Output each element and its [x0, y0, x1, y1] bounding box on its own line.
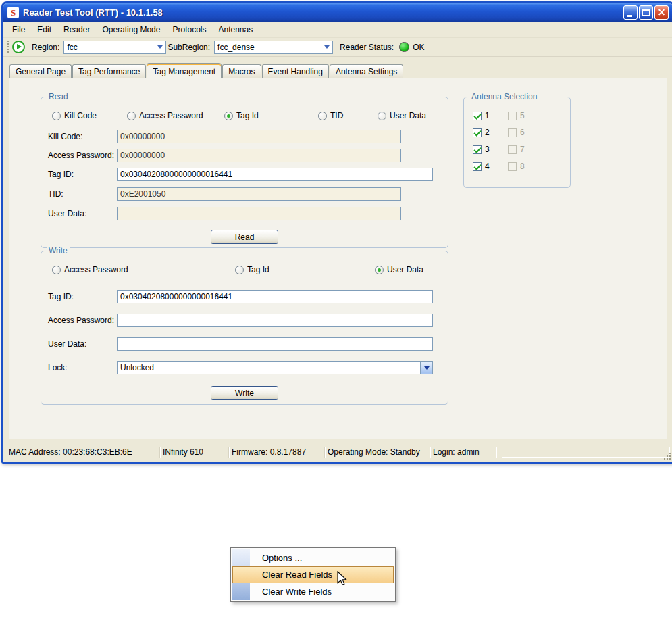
antenna-checkbox-3[interactable]: 3: [473, 145, 508, 154]
antenna-checkbox-7: 7: [508, 145, 543, 154]
menu-item-file[interactable]: File: [6, 22, 31, 37]
radio-icon: [127, 112, 136, 120]
tab-antenna-settings[interactable]: Antenna Settings: [330, 64, 403, 78]
lock-value: Unlocked: [118, 362, 420, 374]
write-tag-id-label: Tag ID:: [48, 292, 117, 301]
access-password-field: [117, 149, 401, 162]
antenna-checkbox-2[interactable]: 2: [473, 128, 508, 137]
minimize-icon: [627, 15, 632, 17]
menu-item-reader[interactable]: Reader: [57, 22, 96, 37]
tag-id-field[interactable]: [117, 168, 433, 181]
subregion-dropdown[interactable]: fcc_dense: [214, 41, 333, 54]
tab-event-handling[interactable]: Event Handling: [262, 64, 329, 78]
write-group-title: Write: [47, 246, 70, 255]
field-row: Tag ID:: [48, 168, 433, 181]
checkbox-checked-icon: [473, 162, 482, 171]
tid-field: [117, 187, 401, 201]
close-button[interactable]: [654, 5, 669, 20]
read-radio-access-password[interactable]: Access Password: [127, 111, 203, 120]
write-group: Write Access Password Tag Id User Data T…: [41, 251, 448, 405]
radio-label: User Data: [390, 111, 426, 120]
antenna-checkbox-6: 6: [508, 128, 543, 137]
context-menu-item-clear-write-fields[interactable]: Clear Write Fields: [232, 583, 394, 600]
chevron-down-icon: [324, 45, 330, 49]
play-icon: [17, 44, 22, 49]
checkbox-icon: [508, 112, 517, 120]
status-bar: MAC Address: 00:23:68:C3:EB:6E INfinity …: [3, 443, 672, 462]
menu-item-antennas[interactable]: Antennas: [212, 22, 259, 37]
close-icon: [655, 6, 668, 19]
chevron-down-icon: [157, 45, 163, 49]
region-value: fcc: [67, 43, 77, 52]
window-title: Reader Test Tool (RTT) - 10.1.1.58: [23, 7, 163, 18]
subregion-value: fcc_dense: [217, 43, 255, 52]
resize-grip[interactable]: [663, 451, 671, 460]
write-radio-access-password[interactable]: Access Password: [52, 265, 128, 274]
read-group-title: Read: [47, 92, 70, 101]
tid-label: TID:: [48, 189, 117, 199]
write-user-data-label: User Data:: [48, 339, 117, 349]
checkbox-checked-icon: [473, 128, 482, 137]
write-button[interactable]: Write: [211, 386, 278, 400]
status-firmware: Firmware: 0.8.17887: [229, 447, 325, 458]
context-menu: Options ... Clear Read Fields Clear Writ…: [230, 547, 396, 602]
radio-icon: [318, 112, 327, 120]
context-menu-item-options[interactable]: Options ...: [232, 549, 394, 566]
write-user-data-field[interactable]: [117, 337, 433, 351]
access-password-label: Access Password:: [48, 151, 117, 160]
reader-status-label: Reader Status:: [340, 43, 394, 52]
read-radio-tag-id[interactable]: Tag Id: [224, 111, 259, 120]
status-mac-address: MAC Address: 00:23:68:C3:EB:6E: [6, 447, 160, 458]
status-device: INfinity 610: [160, 447, 229, 458]
tab-macros[interactable]: Macros: [222, 64, 261, 78]
field-row: Lock: Unlocked: [48, 361, 433, 374]
user-data-label: User Data:: [48, 209, 117, 218]
antenna-selection-title: Antenna Selection: [469, 92, 539, 101]
region-dropdown[interactable]: fcc: [63, 41, 166, 54]
field-row: User Data:: [48, 207, 401, 220]
read-radio-tid[interactable]: TID: [318, 111, 343, 120]
antenna-checkbox-4[interactable]: 4: [473, 162, 508, 171]
menu-item-edit[interactable]: Edit: [31, 22, 57, 37]
antenna-checkbox-1[interactable]: 1: [473, 111, 508, 120]
read-button[interactable]: Read: [211, 230, 278, 244]
checkbox-icon: [508, 145, 517, 154]
checkbox-label: 6: [520, 128, 525, 137]
radio-icon: [52, 112, 61, 120]
tab-tag-performance[interactable]: Tag Performance: [72, 64, 146, 78]
toolbar: Region: fcc SubRegion: fcc_dense Reader …: [3, 38, 672, 57]
title-bar[interactable]: S Reader Test Tool (RTT) - 10.1.1.58: [3, 3, 672, 22]
write-access-password-field[interactable]: [117, 314, 433, 327]
field-row: Tag ID:: [48, 290, 433, 303]
maximize-button[interactable]: [639, 5, 653, 20]
write-radio-user-data[interactable]: User Data: [375, 265, 423, 274]
reader-status-value: OK: [413, 43, 424, 52]
toolbar-gripper[interactable]: [7, 41, 9, 53]
read-group: Read Kill Code Access Password Tag Id TI…: [41, 97, 448, 248]
context-menu-item-clear-read-fields[interactable]: Clear Read Fields: [232, 566, 394, 583]
tab-tag-management[interactable]: Tag Management: [147, 63, 222, 78]
checkbox-icon: [508, 162, 517, 171]
status-operating-mode: Operating Mode: Standby: [325, 447, 430, 458]
read-radio-user-data[interactable]: User Data: [378, 111, 426, 120]
start-reader-button[interactable]: [12, 41, 25, 53]
menu-item-protocols[interactable]: Protocols: [166, 22, 212, 37]
lock-dropdown[interactable]: Unlocked: [117, 361, 433, 374]
radio-label: Access Password: [64, 265, 128, 274]
checkbox-icon: [508, 128, 517, 137]
radio-icon: [52, 266, 61, 274]
radio-label: Tag Id: [247, 265, 269, 274]
read-radio-kill-code[interactable]: Kill Code: [52, 111, 97, 120]
dropdown-button[interactable]: [420, 362, 432, 374]
menu-item-operating-mode[interactable]: Operating Mode: [96, 22, 166, 37]
checkbox-checked-icon: [473, 145, 482, 154]
radio-icon: [378, 112, 386, 120]
write-radio-tag-id[interactable]: Tag Id: [235, 265, 269, 274]
chevron-down-icon: [424, 366, 430, 370]
checkbox-label: 2: [485, 128, 490, 137]
write-tag-id-field[interactable]: [117, 290, 433, 303]
checkbox-label: 8: [520, 162, 525, 171]
minimize-button[interactable]: [623, 5, 638, 20]
window-controls: [623, 5, 669, 20]
tab-general-page[interactable]: General Page: [9, 64, 72, 78]
